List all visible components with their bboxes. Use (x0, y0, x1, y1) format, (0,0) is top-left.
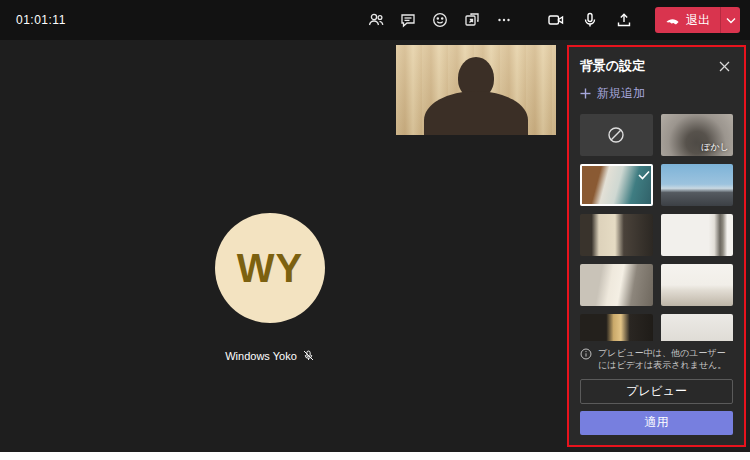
chat-icon (399, 11, 417, 29)
reactions-button[interactable] (427, 7, 453, 33)
person-silhouette-torso (424, 91, 528, 135)
participant-nameplate: Windows Yoko (150, 349, 390, 362)
teams-meeting-window: 01:01:11 (0, 0, 750, 452)
plus-icon (580, 88, 591, 99)
add-new-background-button[interactable]: 新規追加 (580, 86, 733, 102)
background-settings-panel: 背景の設定 新規追加 ぼかし (567, 45, 746, 447)
mic-muted-icon (302, 349, 315, 362)
participant-name: Windows Yoko (225, 350, 297, 362)
reactions-icon (431, 11, 449, 29)
meeting-toolbar: 01:01:11 (0, 0, 750, 40)
toolbar-actions: 退出 (363, 7, 740, 33)
background-option-wall[interactable] (661, 314, 734, 341)
chat-button[interactable] (395, 7, 421, 33)
background-option-bedroom[interactable] (661, 264, 734, 306)
avatar-initials: WY (237, 246, 303, 291)
breakout-rooms-icon (463, 11, 481, 29)
background-option-office[interactable] (580, 164, 653, 206)
more-options-button[interactable] (491, 7, 517, 33)
avatar: WY (215, 213, 325, 323)
participants-button[interactable] (363, 7, 389, 33)
chevron-down-icon (726, 17, 736, 24)
background-option-living-room[interactable] (580, 264, 653, 306)
background-option-window[interactable] (580, 314, 653, 341)
camera-button[interactable] (543, 7, 569, 33)
hang-up-icon (665, 13, 680, 28)
apply-button[interactable]: 適用 (580, 411, 733, 435)
preview-button[interactable]: プレビュー (580, 379, 733, 404)
leave-button-group: 退出 (655, 7, 740, 33)
self-video-preview[interactable] (396, 45, 556, 135)
background-option-blur[interactable]: ぼかし (661, 114, 734, 156)
more-options-icon (495, 11, 513, 29)
microphone-icon (580, 10, 600, 30)
camera-icon (546, 10, 566, 30)
panel-title: 背景の設定 (580, 57, 645, 75)
info-icon (580, 348, 592, 360)
panel-header: 背景の設定 (580, 57, 733, 76)
participants-icon (367, 11, 385, 29)
share-tray-button[interactable] (611, 7, 637, 33)
background-option-none[interactable] (580, 114, 653, 156)
background-option-city[interactable] (661, 164, 734, 206)
leave-button-label: 退出 (686, 12, 710, 29)
background-thumbnails: ぼかし (580, 114, 733, 341)
leave-button[interactable]: 退出 (655, 7, 720, 33)
none-icon (606, 125, 626, 145)
meeting-timer: 01:01:11 (16, 13, 66, 27)
add-new-label: 新規追加 (597, 85, 645, 102)
background-option-white-room[interactable] (661, 214, 734, 256)
selected-check-icon (638, 166, 650, 184)
breakout-rooms-button[interactable] (459, 7, 485, 33)
microphone-button[interactable] (577, 7, 603, 33)
close-icon (719, 61, 730, 72)
leave-options-chevron[interactable] (720, 7, 740, 33)
toolbar-device-group (543, 7, 637, 33)
close-panel-button[interactable] (715, 57, 733, 75)
toolbar-icon-group (363, 7, 517, 33)
background-option-dark-room[interactable] (580, 214, 653, 256)
blur-label: ぼかし (701, 141, 729, 154)
preview-info: プレビュー中は、他のユーザーにはビデオは表示されません。 (580, 347, 733, 372)
preview-info-text: プレビュー中は、他のユーザーにはビデオは表示されません。 (598, 347, 733, 372)
share-tray-icon (614, 10, 634, 30)
